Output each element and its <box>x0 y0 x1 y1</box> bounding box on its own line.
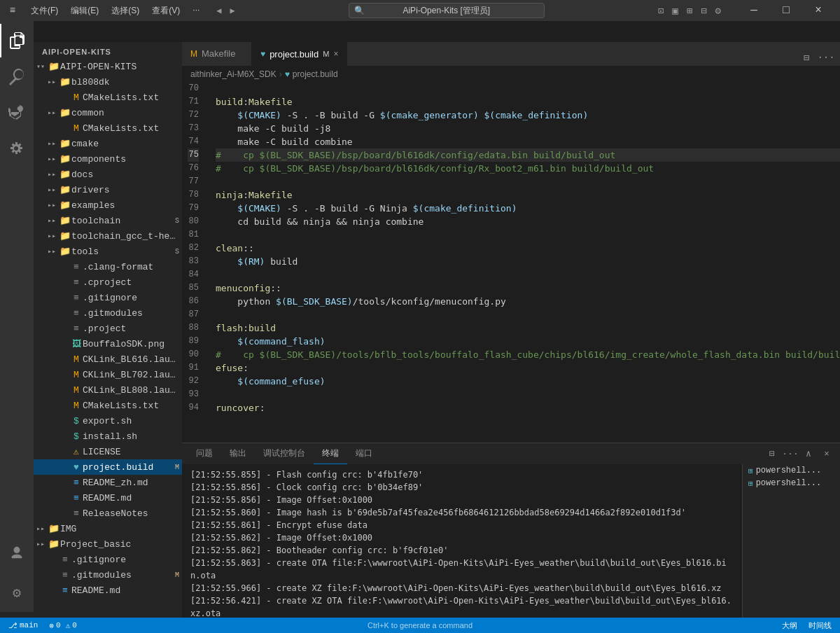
sidebar-item-project-basic[interactable]: ▸ 📁 Project_basic <box>34 536 182 552</box>
sidebar-item-cklink-bl702[interactable]: M CKLink_BL702.launch <box>34 367 182 382</box>
sidebar-item-cproject[interactable]: ≡ .cproject <box>34 274 182 290</box>
powershell-label-2: powershell... <box>756 478 822 488</box>
status-errors[interactable]: ⊗ 0 ⚠ 0 <box>46 618 79 633</box>
sidebar-item-tools[interactable]: ▸ 📁 tools S <box>34 244 182 259</box>
status-outline[interactable]: 大纲 <box>779 618 800 633</box>
icon-layout2[interactable]: ⊞ <box>684 4 695 18</box>
terminal-line: [21:52:55.862] - Image Offset:0x1000 <box>190 531 734 544</box>
sidebar-item-project[interactable]: ≡ .project <box>34 321 182 336</box>
menu-edit[interactable]: 编辑(E) <box>65 4 104 18</box>
sidebar-item-cmakelists1[interactable]: M CMakeLists.txt <box>34 90 182 105</box>
split-editor-button[interactable]: ⊟ <box>798 49 815 66</box>
sidebar-item-label: README.md <box>71 585 179 596</box>
sidebar-item-clang-format[interactable]: ≡ .clang-format <box>34 259 182 274</box>
code-line-88: flash:build <box>216 321 840 335</box>
panel-tab-output[interactable]: 输出 <box>221 443 255 464</box>
code-editor[interactable]: 70 71 72 73 74 75 76 77 78 79 80 81 82 8… <box>182 82 840 443</box>
maximize-button[interactable]: □ <box>770 0 802 21</box>
tab-project-build[interactable]: ♥ project.build M × <box>252 42 347 66</box>
code-line-75: # cp $(BL_SDK_BASE)/bsp/board/bl616dk/co… <box>216 148 840 162</box>
terminal-line: [21:52:55.855] - Flash config crc: b'4fb… <box>190 468 734 481</box>
panel-minimize-button[interactable]: ∧ <box>801 446 816 461</box>
sidebar-item-root-gitmodules[interactable]: ≡ .gitmodules M <box>34 567 182 583</box>
tree-arrow: ▸ <box>36 540 48 548</box>
terminal-line: [21:52:55.856] - Image Offset:0x1000 <box>190 494 734 506</box>
terminal-line: [21:52:55.860] - Image hash is b'69de5b7… <box>190 506 734 519</box>
breadcrumb-file[interactable]: project.build <box>293 69 338 79</box>
sidebar-item-install-sh[interactable]: $ install.sh <box>34 429 182 444</box>
panel-tab-ports[interactable]: 端口 <box>347 443 381 464</box>
icon-layout3[interactable]: ⊟ <box>698 4 709 18</box>
sidebar-item-aipi-open-kits[interactable]: ▾ 📁 AIPI-OPEN-KITS <box>34 59 182 74</box>
sidebar-item-readme-zh[interactable]: ≡ README_zh.md <box>34 475 182 490</box>
sidebar-item-gitignore[interactable]: ≡ .gitignore <box>34 290 182 305</box>
sidebar-item-cklink-bl808[interactable]: M CKLink_BL808.launch <box>34 382 182 398</box>
sidebar-item-drivers[interactable]: ▸ 📁 drivers <box>34 182 182 197</box>
close-button[interactable]: × <box>802 0 834 21</box>
menu-more[interactable]: ··· <box>187 4 205 18</box>
panel-tab-terminal[interactable]: 终端 <box>314 443 347 464</box>
activity-search[interactable] <box>0 60 34 94</box>
icon-settings[interactable]: ⚙ <box>713 4 724 18</box>
activity-explorer[interactable] <box>0 42 34 57</box>
sidebar-item-label: AIPI-OPEN-KITS <box>60 62 179 72</box>
menu-view[interactable]: 查看(V) <box>146 4 186 18</box>
tab-makefile[interactable]: M Makefile <box>182 42 252 66</box>
sidebar-item-releasenotes[interactable]: ≡ ReleaseNotes <box>34 506 182 521</box>
sidebar-item-img[interactable]: ▸ 📁 IMG <box>34 521 182 536</box>
menu-file[interactable]: 文件(F) <box>25 4 64 18</box>
code-line-87 <box>216 308 840 321</box>
powershell-session-1[interactable]: ⊞ powershell... <box>743 464 840 477</box>
sidebar-item-toolchain-gcc[interactable]: ▸ 📁 toolchain_gcc_t-head_windows <box>34 228 182 244</box>
sidebar-item-cmakelists3[interactable]: M CMakeLists.txt <box>34 398 182 413</box>
panel-more-button[interactable]: ··· <box>783 446 798 461</box>
folder-icon: 📁 <box>59 230 71 242</box>
icon-layout1[interactable]: ▣ <box>669 4 680 18</box>
minimize-button[interactable]: — <box>738 0 770 21</box>
sidebar-item-docs[interactable]: ▸ 📁 docs <box>34 167 182 182</box>
sidebar-item-license[interactable]: ⚠ LICENSE <box>34 444 182 459</box>
sidebar-item-project-build[interactable]: ♥ project.build M <box>34 459 182 475</box>
code-line-81 <box>216 228 840 242</box>
breadcrumb-icon: ♥ <box>285 69 290 79</box>
nav-forward[interactable]: ▶ <box>227 6 238 16</box>
sidebar-item-readme[interactable]: ≡ README.md <box>34 490 182 506</box>
sidebar-item-export-sh[interactable]: $ export.sh <box>34 413 182 429</box>
sidebar-item-bouffalo-sdk[interactable]: 🖼 BouffaloSDK.png <box>34 336 182 352</box>
sidebar-item-root-gitignore[interactable]: ≡ .gitignore <box>34 552 182 567</box>
powershell-session-2[interactable]: ⊞ powershell... <box>743 477 840 489</box>
nav-back[interactable]: ◀ <box>214 6 224 16</box>
panel-split-button[interactable]: ⊟ <box>764 446 780 461</box>
terminal-content[interactable]: [21:52:55.855] - Flash config crc: b'4fb… <box>182 464 742 618</box>
panel-tab-problems[interactable]: 问题 <box>188 443 221 464</box>
icon-split[interactable]: ⊡ <box>655 4 666 18</box>
sidebar-item-label: README.md <box>83 493 179 503</box>
status-branch[interactable]: ⎇ main <box>6 618 41 633</box>
status-timeline[interactable]: 时间线 <box>806 618 834 633</box>
activity-accounts[interactable] <box>0 536 34 570</box>
sidebar-item-toolchain[interactable]: ▸ 📁 toolchain S <box>34 213 182 228</box>
panel-tab-debug[interactable]: 调试控制台 <box>255 443 314 464</box>
sidebar-item-root-readme[interactable]: ≡ README.md <box>34 583 182 598</box>
tree-arrow: ▸ <box>48 201 59 209</box>
sidebar-item-cmakelists2[interactable]: M CMakeLists.txt <box>34 120 182 136</box>
menu-select[interactable]: 选择(S) <box>106 4 145 18</box>
sidebar-item-cmake[interactable]: ▸ 📁 cmake <box>34 136 182 151</box>
title-search[interactable] <box>349 3 545 18</box>
sidebar-item-examples[interactable]: ▸ 📁 examples <box>34 197 182 213</box>
sidebar-item-components[interactable]: ▸ 📁 components <box>34 151 182 167</box>
sidebar-item-gitmodules[interactable]: ≡ .gitmodules <box>34 305 182 321</box>
breadcrumb-repo[interactable]: aithinker_Ai-M6X_SDK <box>190 69 276 79</box>
tab-close-button[interactable]: × <box>333 49 338 59</box>
powershell-label-1: powershell... <box>756 466 822 475</box>
markdown-icon: ≡ <box>70 478 83 488</box>
sidebar-item-common[interactable]: ▸ 📁 common <box>34 105 182 120</box>
sidebar-item-bl808dk[interactable]: ▸ 📁 bl808dk <box>34 74 182 90</box>
more-actions-button[interactable]: ··· <box>818 49 834 66</box>
panel-close-button[interactable]: × <box>819 446 834 461</box>
sidebar-item-label: IMG <box>60 524 179 534</box>
sidebar-item-cklink-bl616[interactable]: M CKLink_BL616.launch <box>34 352 182 367</box>
activity-extensions[interactable] <box>0 133 34 167</box>
activity-scm[interactable] <box>0 97 34 130</box>
activity-settings[interactable]: ⚙ <box>0 576 34 609</box>
